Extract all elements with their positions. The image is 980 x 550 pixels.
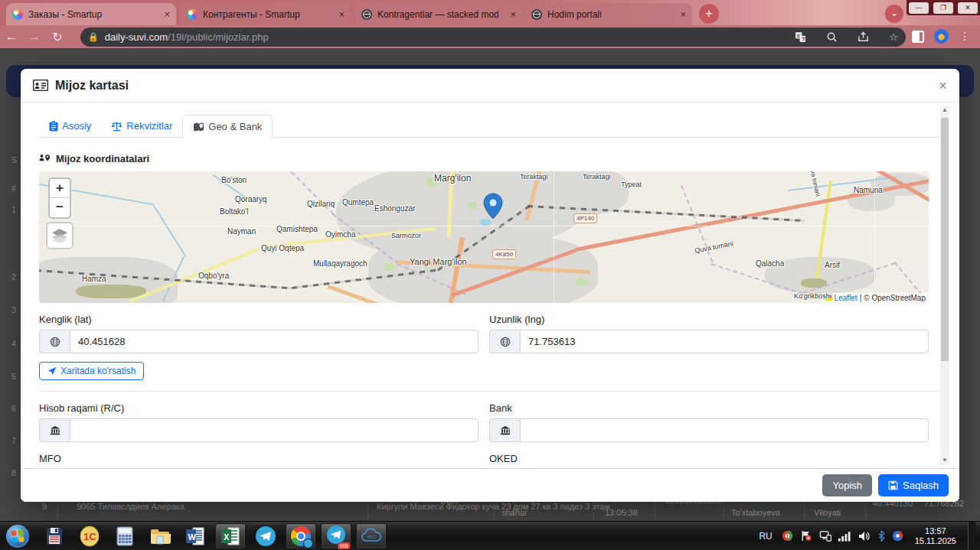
lat-input[interactable] [70,330,479,353]
background-row-number: 3 [11,305,16,314]
leaflet-link[interactable]: Leaflet [835,294,858,302]
tab-close-icon[interactable]: × [158,8,170,20]
bookmark-star-icon[interactable]: ☆ [889,31,898,43]
zoom-icon[interactable] [826,31,838,43]
browser-tab-kontragentlar[interactable]: Kontragentlar — stacked modal ( × [355,3,522,25]
profile-avatar[interactable] [934,29,949,44]
tab-close-icon[interactable]: × [332,8,345,20]
background-row-number: 7 [11,436,16,445]
app-tray-icon[interactable] [892,530,903,542]
volume-icon[interactable] [858,531,871,542]
tab-close-icon[interactable]: × [674,8,686,20]
show-on-map-button[interactable]: Xaritada ko'rsatish [39,362,144,380]
scrollbar-thumb[interactable] [941,118,949,361]
taskbar-atc-cloud-icon[interactable]: ATC [356,523,387,549]
taskbar-clock[interactable]: 13:57 15.11.2025 [915,526,956,546]
map-place-label: Qalacha [756,259,784,268]
modal-body: Asosiy Rekvizitlar Geo & Bank Mijoz koor… [21,103,959,468]
tab-search-chevron-icon[interactable]: ⌄ [885,5,903,23]
new-tab-button[interactable]: + [699,4,719,24]
map-marker-icon[interactable] [483,193,503,220]
taskbar-explorer-icon[interactable] [145,523,175,549]
taskbar-chrome-icon[interactable] [286,523,316,549]
yopish-button[interactable]: Yopish [822,474,872,496]
modal-scrollbar[interactable]: ▲ ▼ [940,106,949,465]
map-place-label: Quva tumani [694,239,734,255]
id-card-icon [33,80,48,91]
map-place-label: Ko'grikboshi [794,292,831,300]
scale-icon [111,121,122,132]
tab-close-icon[interactable]: × [504,8,516,20]
forward-button[interactable]: → [23,30,46,44]
map-layers-button[interactable] [46,222,74,249]
tab-asosiy[interactable]: Asosiy [39,115,101,137]
browser-menu-icon[interactable]: ⋮ [959,30,970,42]
background-row-number: 5 [11,372,16,381]
modal-footer: Yopish Saqlash [21,468,959,502]
action-center-flag-icon[interactable] [800,530,812,542]
account-input[interactable] [70,418,479,442]
network-signal-icon[interactable] [838,531,851,542]
map-place-label: Oqbo'yra [198,272,229,280]
side-panel-icon[interactable] [912,31,924,43]
language-indicator[interactable]: RU [759,531,772,542]
window-minimize-button[interactable]: — [909,2,929,14]
leaflet-map[interactable]: + − Leaflet | © OpenStreetMap Marg'ilonB… [39,171,929,303]
zoom-in-button[interactable]: + [50,179,70,198]
browser-tab-zakazy[interactable]: Заказы - Smartup × [6,3,176,25]
svg-text:1С: 1С [83,531,96,542]
antivirus-tray-icon[interactable] [782,530,793,542]
road-ref-badge: 4K850 [492,249,516,259]
clock-date: 15.11.2025 [915,536,956,546]
device-tray-icon[interactable] [819,530,831,542]
window-restore-button[interactable]: ❐ [933,2,953,14]
svg-text:ATC: ATC [368,535,377,539]
taskbar-telegram-icon[interactable] [250,523,281,549]
scroll-up-icon[interactable]: ▲ [940,106,949,115]
bank-icon [39,418,70,442]
background-row-number: 4 [11,339,16,348]
taskbar-telegram-badge-icon[interactable]: 368 [321,523,351,549]
clock-time: 13:57 [915,526,956,536]
lng-input[interactable] [520,330,929,353]
back-button[interactable]: ← [0,30,23,44]
window-close-button[interactable]: ✕ [958,2,978,14]
background-row-number: 6 [11,404,16,413]
browser-tab-kontragenty[interactable]: Контрагенты - Smartup × [181,3,351,25]
map-place-label: Marg'ilon [434,173,471,184]
browser-tabstrip: Заказы - Smartup × Контрагенты - Smartup… [0,0,980,25]
oked-label: OKED [489,453,929,464]
section-title: Mijoz koordinatalari [39,153,941,164]
reload-button[interactable]: ↻ [46,30,69,44]
address-bar[interactable]: 🔒 daily-suvi.com/19l/public/mijozlar.php… [80,28,906,47]
map-place-label: Qoraaryq [235,195,267,203]
bluetooth-icon[interactable] [877,530,885,542]
show-desktop-button[interactable] [968,522,975,550]
taskbar-1c-icon[interactable]: 1С [74,523,105,549]
start-button[interactable] [6,525,29,548]
screen: Заказы - Smartup × Контрагенты - Smartup… [0,0,980,550]
modal-close-icon[interactable]: × [939,77,947,94]
svg-text:W: W [188,532,197,541]
svg-text:a: a [797,33,800,38]
browser-tab-hodim[interactable]: Hodim portali × [525,3,692,25]
taskbar-word-icon[interactable]: W [180,523,211,549]
taskbar-calculator-icon[interactable] [109,523,140,549]
tab-rekvizitlar[interactable]: Rekvizitlar [101,115,182,137]
tab-geo-bank[interactable]: Geo & Bank [182,115,273,138]
map-place-label: Mullaqayragoch [313,259,368,268]
zoom-out-button[interactable]: − [50,198,70,217]
location-arrow-icon [47,366,57,376]
translate-icon[interactable]: a文 [795,31,806,43]
osm-link[interactable]: © OpenStreetMap [864,294,926,302]
saqlash-button[interactable]: Saqlash [878,474,949,496]
share-icon[interactable] [858,31,869,43]
bank-input[interactable] [520,418,929,442]
url-domain: daily-suvi.com [105,31,168,43]
scroll-down-icon[interactable]: ▼ [940,456,949,465]
lng-label: Uzunlik (lng) [489,314,929,325]
taskbar-excel-icon[interactable]: X [215,523,246,549]
map-place-label: Nayman [227,227,256,236]
taskbar-floppy-app-icon[interactable] [39,523,70,549]
clipboard-icon [49,121,58,132]
